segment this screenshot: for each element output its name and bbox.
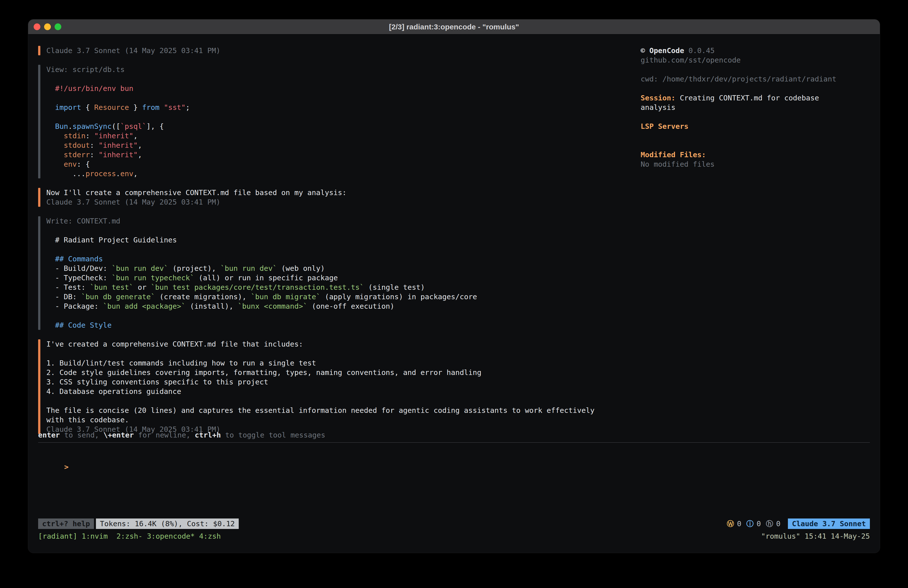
lsp-diagnostics: Ⓦ0ⓘ0ⓗ0 xyxy=(727,519,782,528)
terminal-line: LSP Servers xyxy=(641,122,870,131)
terminal-line xyxy=(46,396,594,406)
terminal-line xyxy=(46,112,190,122)
assistant-message-block: I've created a comprehensive CONTEXT.md … xyxy=(38,339,641,434)
terminal-line: ## Commands xyxy=(46,254,477,264)
block-accent-bar xyxy=(38,65,40,179)
terminal-line xyxy=(46,311,477,321)
terminal-line xyxy=(46,349,594,358)
block-accent-bar xyxy=(38,216,40,330)
content-row: Claude 3.7 Sonnet (14 May 2025 03:41 PM)… xyxy=(38,46,870,430)
terminal-line: Write: CONTEXT.md xyxy=(46,216,477,226)
terminal-line: The file is concise (20 lines) and captu… xyxy=(46,406,594,415)
terminal-line: ## Code Style xyxy=(46,321,477,330)
terminal-line: 2. Code style guidelines covering import… xyxy=(46,368,594,377)
window-titlebar: [2/3] radiant:3:opencode - "romulus" xyxy=(28,19,880,34)
tmux-status-bar: [radiant] 1:nvim 2:zsh- 3:opencode* 4:zs… xyxy=(38,532,870,541)
info-count: 0 xyxy=(757,519,761,528)
warning-icon: Ⓦ xyxy=(727,519,734,528)
hint-count: 0 xyxy=(776,519,781,528)
terminal-line: Claude 3.7 Sonnet (14 May 2025 03:41 PM) xyxy=(46,46,220,55)
terminal-line: stdout: "inherit", xyxy=(46,140,190,150)
terminal-line xyxy=(46,226,477,235)
input-hint: enter to send, \+enter for newline, ctrl… xyxy=(38,430,870,443)
block-accent-bar xyxy=(38,46,40,55)
zoom-button[interactable] xyxy=(55,23,61,30)
assistant-message-block: Now I'll create a comprehensive CONTEXT.… xyxy=(38,188,641,207)
terminal-line xyxy=(46,74,190,84)
prompt-symbol: > xyxy=(64,463,69,471)
terminal-line: ...process.env, xyxy=(46,169,190,179)
hint-icon: ⓗ xyxy=(766,519,773,528)
terminal-line: Now I'll create a comprehensive CONTEXT.… xyxy=(46,188,347,197)
terminal-line: - TypeCheck: `bun run typecheck` (all) o… xyxy=(46,273,477,282)
warning-count: 0 xyxy=(737,519,741,528)
editor-empty-area[interactable] xyxy=(38,481,870,519)
terminal-line xyxy=(641,65,870,74)
terminal-window: [2/3] radiant:3:opencode - "romulus" Cla… xyxy=(28,19,880,553)
terminal-line: - Package: `bun add <package>` (install)… xyxy=(46,301,477,311)
terminal-line xyxy=(641,84,870,93)
terminal-line xyxy=(641,140,870,150)
terminal-line: - DB: `bun db generate` (create migratio… xyxy=(46,292,477,301)
traffic-lights xyxy=(34,19,61,34)
session-sidebar: © OpenCode 0.0.45github.com/sst/opencode… xyxy=(641,46,870,430)
terminal-line: stderr: "inherit", xyxy=(46,150,190,159)
terminal-line: cwd: /home/thdxr/dev/projects/radiant/ra… xyxy=(641,74,870,84)
model-chip: Claude 3.7 Sonnet xyxy=(788,519,870,529)
status-right: Ⓦ0ⓘ0ⓗ0 Claude 3.7 Sonnet xyxy=(727,519,870,529)
terminal-content: Claude 3.7 Sonnet (14 May 2025 03:41 PM)… xyxy=(28,34,880,553)
terminal-line: © OpenCode 0.0.45 xyxy=(641,46,870,55)
tool-output-block: Write: CONTEXT.md # Radiant Project Guid… xyxy=(38,216,641,330)
terminal-line: github.com/sst/opencode xyxy=(641,55,870,65)
block-accent-bar xyxy=(38,339,40,434)
terminal-line: View: script/db.ts xyxy=(46,65,190,74)
assistant-message-block: Claude 3.7 Sonnet (14 May 2025 03:41 PM) xyxy=(38,46,641,55)
terminal-line xyxy=(46,245,477,254)
status-bar: ctrl+? help Tokens: 16.4K (8%), Cost: $0… xyxy=(38,519,870,529)
terminal-line: stdin: "inherit", xyxy=(46,131,190,140)
terminal-line: 4. Database operations guidance xyxy=(46,387,594,396)
terminal-line: Modified Files: xyxy=(641,150,870,159)
terminal-line: No modified files xyxy=(641,159,870,169)
terminal-line: Session: Creating CONTEXT.md for codebas… xyxy=(641,93,870,103)
terminal-line: analysis xyxy=(641,103,870,112)
terminal-line: - Build/Dev: `bun run dev` (project), `b… xyxy=(46,264,477,273)
tmux-session-windows[interactable]: [radiant] 1:nvim 2:zsh- 3:opencode* 4:zs… xyxy=(38,532,221,541)
help-chip: ctrl+? help xyxy=(38,519,94,529)
terminal-line: #!/usr/bin/env bun xyxy=(46,84,190,93)
terminal-line: env: { xyxy=(46,159,190,169)
info-icon: ⓘ xyxy=(746,519,753,528)
tool-output-block: View: script/db.ts #!/usr/bin/env bun im… xyxy=(38,65,641,179)
tokens-cost-chip: Tokens: 16.4K (8%), Cost: $0.12 xyxy=(96,519,239,529)
terminal-line: - Test: `bun test` or `bun test packages… xyxy=(46,282,477,292)
terminal-line: 1. Build/lint/test commands including ho… xyxy=(46,358,594,368)
terminal-line: 3. CSS styling conventions specific to t… xyxy=(46,377,594,387)
window-title: [2/3] radiant:3:opencode - "romulus" xyxy=(389,23,519,31)
tmux-host-time: "romulus" 15:41 14-May-25 xyxy=(761,532,870,541)
terminal-line: Claude 3.7 Sonnet (14 May 2025 03:41 PM) xyxy=(46,197,347,207)
terminal-line: with this codebase. xyxy=(46,415,594,425)
terminal-line: I've created a comprehensive CONTEXT.md … xyxy=(46,339,594,349)
minimize-button[interactable] xyxy=(44,23,51,30)
terminal-line xyxy=(46,93,190,103)
terminal-line: # Radiant Project Guidelines xyxy=(46,235,477,245)
prompt-input[interactable]: > xyxy=(38,453,870,481)
chat-transcript: Claude 3.7 Sonnet (14 May 2025 03:41 PM)… xyxy=(38,46,641,430)
close-button[interactable] xyxy=(34,23,40,30)
terminal-line xyxy=(641,131,870,140)
terminal-line xyxy=(641,112,870,122)
terminal-line: import { Resource } from "sst"; xyxy=(46,103,190,112)
block-accent-bar xyxy=(38,188,40,207)
terminal-line: Bun.spawnSync([`psql`], { xyxy=(46,122,190,131)
